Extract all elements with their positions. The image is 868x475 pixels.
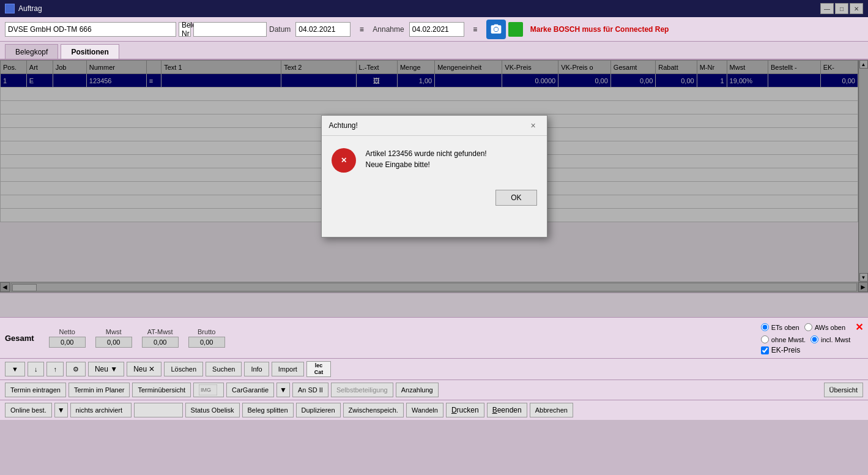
- top-toolbar: DVSE GmbH OD-TM 666 Beleg-Nr Datum 04.02…: [0, 17, 868, 42]
- cargarantie-button[interactable]: CarGarantie: [226, 383, 274, 397]
- window-controls: — □ ✕: [820, 3, 863, 14]
- zwischenspeich-button[interactable]: Zwischenspeich.: [343, 403, 404, 417]
- ohne-mwst-label: ohne Mwst.: [771, 336, 806, 343]
- online-best-dropdown[interactable]: ▼: [54, 403, 68, 417]
- modal-message-line2: Neue Eingabe bitte!: [366, 159, 487, 170]
- modal-ok-button[interactable]: OK: [495, 190, 536, 206]
- dropdown-arrow-button[interactable]: ▼: [5, 362, 25, 376]
- modal-title: Achtung!: [329, 121, 358, 130]
- tab-bar: Belegkopf Positionen: [0, 42, 868, 60]
- termin-eintragen-button[interactable]: Termin eintragen: [5, 383, 66, 397]
- info-button[interactable]: Info: [244, 362, 269, 376]
- ets-oben-radio-group: ETs oben: [761, 323, 799, 331]
- mwst-value: 0,00: [95, 337, 132, 348]
- beleg-nr-label-field: Beleg-Nr: [179, 22, 191, 37]
- selbstbeteiligung-button[interactable]: Selbstbeteiligung: [331, 383, 393, 397]
- modal-message-line1: Artikel 123456 wurde nicht gefunden!: [366, 148, 487, 159]
- error-icon: ✕: [332, 148, 356, 173]
- nichts-archiviert-button[interactable]: nichts archiviert: [70, 403, 132, 417]
- main-content: Pos. Art Job Nummer Text 1 Text 2 L.-Tex…: [0, 60, 868, 293]
- ek-preis-checkbox[interactable]: [761, 346, 769, 354]
- neu-cross-button[interactable]: Neu ✕: [127, 362, 161, 376]
- datum-field[interactable]: 04.02.2021: [295, 22, 351, 37]
- svg-point-0: [494, 27, 498, 31]
- maximize-button[interactable]: □: [835, 3, 848, 14]
- beleg-splitten-button[interactable]: Beleg splitten: [242, 403, 294, 417]
- loeschen-button[interactable]: Löschen: [164, 362, 203, 376]
- move-up-button[interactable]: ↑: [46, 362, 64, 376]
- mwst-label: Mwst: [106, 328, 122, 335]
- brutto-group: Brutto 0,00: [188, 328, 225, 348]
- tab-belegkopf[interactable]: Belegkopf: [5, 44, 58, 59]
- annahme-field[interactable]: 04.02.2021: [409, 22, 464, 37]
- ets-oben-label: ETs oben: [771, 324, 799, 331]
- minimize-button[interactable]: —: [820, 3, 834, 14]
- modal-overlay: Achtung! × ✕ Artikel 123456 wurde nicht …: [0, 60, 868, 293]
- titlebar: Auftrag — □ ✕: [0, 0, 868, 17]
- company-value: DVSE GmbH OD-TM 666: [8, 25, 92, 34]
- bottom-bar-row2: Online best. ▼ nichts archiviert Status …: [0, 400, 868, 420]
- brutto-value: 0,00: [188, 337, 225, 348]
- gesamt-label: Gesamt: [5, 334, 34, 343]
- modal-footer: OK: [322, 185, 547, 215]
- aws-oben-radio-group: AWs oben: [804, 323, 845, 331]
- abbrechen-button[interactable]: Abbrechen: [530, 403, 573, 417]
- netto-value: 0,00: [49, 337, 86, 348]
- totals-area: Gesamt Netto 0,00 Mwst 0,00 AT-Mwst 0,00…: [0, 317, 868, 358]
- online-best-button[interactable]: Online best.: [5, 403, 52, 417]
- archive-placeholder[interactable]: [134, 403, 183, 417]
- settings-button[interactable]: ⚙: [66, 362, 86, 376]
- tab-positionen[interactable]: Positionen: [61, 44, 119, 59]
- status-area: [0, 293, 868, 317]
- incl-mwst-radio[interactable]: [811, 335, 818, 343]
- neu-down-button[interactable]: Neu ▼: [88, 362, 124, 376]
- image-button[interactable]: IMG: [193, 383, 224, 397]
- brutto-label: Brutto: [198, 328, 215, 335]
- ets-oben-radio[interactable]: [761, 323, 769, 331]
- uebersicht-button[interactable]: Übersicht: [824, 383, 863, 397]
- close-x-button[interactable]: ✕: [855, 321, 863, 333]
- cargarantie-dropdown[interactable]: ▼: [276, 383, 290, 397]
- ek-preis-label: EK-Preis: [761, 346, 800, 354]
- at-mwst-label: AT-Mwst: [147, 328, 173, 335]
- datum-list-icon[interactable]: ≡: [353, 21, 370, 38]
- netto-label: Netto: [59, 328, 75, 335]
- ek-preis-row: EK-Preis: [761, 346, 800, 354]
- incl-mwst-label: incl. Mwst: [821, 336, 850, 343]
- termin-im-planer-button[interactable]: Termin im Planer: [69, 383, 130, 397]
- close-button[interactable]: ✕: [850, 3, 863, 14]
- company-field[interactable]: DVSE GmbH OD-TM 666: [5, 22, 176, 37]
- terminuebersicht-button[interactable]: Terminübersicht: [132, 383, 191, 397]
- camera-icon[interactable]: [486, 20, 506, 39]
- wandeln-button[interactable]: Wandeln: [406, 403, 443, 417]
- datum-label: Datum: [269, 25, 291, 34]
- ohne-mwst-radio-group: ohne Mwst.: [761, 335, 806, 343]
- app-icon: [5, 4, 15, 13]
- datum-value: 04.02.2021: [299, 25, 335, 34]
- aws-oben-radio[interactable]: [804, 323, 812, 331]
- aws-oben-label: AWs oben: [815, 324, 845, 331]
- move-down-button[interactable]: ↓: [28, 362, 45, 376]
- lec-cat-button[interactable]: lecCat: [306, 361, 331, 377]
- an-sd-ii-button[interactable]: An SD II: [292, 383, 328, 397]
- suchen-button[interactable]: Suchen: [206, 362, 242, 376]
- import-button[interactable]: Import: [272, 362, 304, 376]
- annahme-list-icon[interactable]: ≡: [467, 21, 484, 38]
- ohne-mwst-radio[interactable]: [761, 335, 769, 343]
- duplizieren-button[interactable]: Duplizieren: [296, 403, 341, 417]
- svg-text:IMG: IMG: [201, 387, 211, 393]
- green-icon[interactable]: [508, 22, 523, 37]
- at-mwst-group: AT-Mwst 0,00: [142, 328, 179, 348]
- mwst-group: Mwst 0,00: [95, 328, 132, 348]
- status-obelisk-button[interactable]: Status Obelisk: [185, 403, 240, 417]
- modal-close-button[interactable]: ×: [527, 119, 540, 132]
- ets-aws-row: ETs oben AWs oben ✕: [761, 321, 863, 333]
- beleg-nr-field[interactable]: [193, 22, 267, 37]
- beenden-button[interactable]: Beenden: [487, 403, 527, 417]
- alert-dialog: Achtung! × ✕ Artikel 123456 wurde nicht …: [321, 115, 547, 238]
- anzahlung-button[interactable]: Anzahlung: [396, 383, 439, 397]
- modal-message: Artikel 123456 wurde nicht gefunden! Neu…: [366, 148, 487, 170]
- drucken-button[interactable]: Drucken: [446, 403, 484, 417]
- modal-body: ✕ Artikel 123456 wurde nicht gefunden! N…: [322, 136, 547, 185]
- incl-mwst-radio-group: incl. Mwst: [811, 335, 850, 343]
